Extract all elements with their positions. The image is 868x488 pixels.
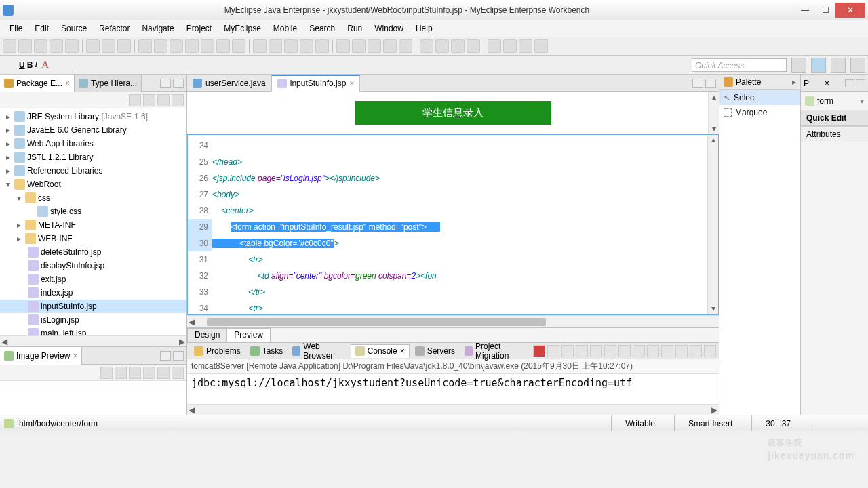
collapse-icon[interactable] (129, 94, 141, 106)
tab-tasks[interactable]: Tasks (246, 345, 288, 357)
menu-mobile[interactable]: Mobile (268, 22, 302, 35)
bold-icon[interactable]: B (27, 60, 33, 70)
menu-window[interactable]: Window (369, 22, 409, 35)
palette-header[interactable]: Palette▸ (719, 75, 800, 90)
menu-run[interactable]: Run (342, 22, 368, 35)
tool-icon[interactable] (253, 39, 267, 53)
menu-edit[interactable]: Edit (29, 22, 54, 35)
code-editor[interactable]: 242526272829303132333435 </head> <jsp:in… (187, 134, 719, 315)
minimize-view-icon[interactable] (690, 345, 702, 357)
tool-icon[interactable] (138, 39, 152, 53)
tool-icon[interactable] (154, 39, 167, 53)
tool-icon[interactable] (86, 39, 100, 53)
properties-tab[interactable]: P (804, 79, 809, 88)
tool-icon[interactable] (284, 39, 298, 53)
menu-navigate[interactable]: Navigate (136, 22, 179, 35)
tool-icon[interactable] (172, 367, 184, 379)
tool-icon[interactable] (503, 39, 517, 53)
tool-icon[interactable] (352, 39, 366, 53)
tool-icon[interactable] (170, 39, 183, 53)
tool-icon[interactable] (315, 39, 329, 53)
perspective-icon[interactable] (850, 58, 865, 73)
scroll-lock-icon[interactable] (604, 345, 616, 357)
close-icon[interactable]: × (73, 351, 77, 361)
terminate-icon[interactable] (533, 345, 545, 357)
console-output[interactable]: jdbc:mysql://localhost/jkxystudent?useUn… (187, 374, 719, 404)
minimize-view-icon[interactable] (160, 79, 171, 88)
pin-icon[interactable] (647, 345, 659, 357)
close-icon[interactable]: × (65, 79, 70, 88)
close-icon[interactable]: × (825, 79, 829, 88)
chevron-right-icon[interactable]: ▸ (792, 77, 796, 87)
tool-icon[interactable] (18, 39, 32, 53)
tool-icon[interactable] (618, 345, 631, 357)
tool-icon[interactable] (519, 39, 532, 53)
display-icon[interactable] (661, 345, 673, 357)
tool-icon[interactable] (399, 39, 412, 53)
tool-icon[interactable] (383, 39, 397, 53)
minimize-button[interactable]: — (795, 3, 815, 18)
editor-vscroll[interactable]: ▴▾ (707, 135, 718, 314)
menu-refactor[interactable]: Refactor (94, 22, 135, 35)
minimize-view-icon[interactable] (845, 79, 854, 87)
package-explorer-tree[interactable]: ▸JRE System Library [JavaSE-1.6] ▸JavaEE… (0, 108, 186, 336)
tool-icon[interactable] (201, 39, 214, 53)
maximize-view-icon[interactable] (173, 79, 184, 88)
tool-icon[interactable] (534, 39, 548, 53)
tool-icon[interactable] (115, 367, 127, 379)
tree-hscroll[interactable]: ◀▶ (0, 336, 186, 346)
zoom-out-icon[interactable] (143, 367, 155, 379)
editor-hscroll[interactable]: ◀ (187, 315, 719, 327)
maximize-view-icon[interactable] (173, 351, 184, 361)
code-lines[interactable]: </head> <jsp:include page="isLogin.jsp">… (212, 138, 707, 315)
tab-type-hierarchy[interactable]: Type Hiera... (75, 75, 142, 92)
maximize-button[interactable]: ☐ (815, 3, 835, 18)
tool-icon[interactable] (157, 367, 170, 379)
tab-console[interactable]: Console× (351, 344, 410, 358)
italic-icon[interactable]: I (35, 60, 37, 70)
debug-icon[interactable] (420, 39, 433, 53)
tool-icon[interactable] (368, 39, 381, 53)
tab-preview[interactable]: Preview (226, 328, 271, 342)
menu-myeclipse[interactable]: MyEclipse (218, 22, 267, 35)
close-icon[interactable]: × (349, 79, 354, 88)
tab-problems[interactable]: Problems (190, 345, 245, 357)
maximize-view-icon[interactable] (704, 345, 716, 357)
clear-icon[interactable] (633, 345, 645, 357)
menu-help[interactable]: Help (410, 22, 438, 35)
remove-icon[interactable] (547, 345, 559, 357)
tool-icon[interactable] (451, 39, 465, 53)
new-icon[interactable] (3, 39, 16, 53)
menu-search[interactable]: Search (304, 22, 340, 35)
underline-icon[interactable]: U (19, 60, 25, 70)
close-button[interactable]: ✕ (835, 3, 865, 18)
perspective-icon[interactable] (811, 58, 826, 73)
close-icon[interactable]: × (400, 346, 405, 356)
tool-icon[interactable] (185, 39, 199, 53)
minimize-editor-icon[interactable] (692, 79, 703, 88)
menu-source[interactable]: Source (56, 22, 92, 35)
tool-icon[interactable] (590, 345, 602, 357)
palette-marquee[interactable]: Marquee (719, 105, 800, 120)
run-icon[interactable] (435, 39, 449, 53)
tool-icon[interactable] (102, 39, 115, 53)
tab-project-migration[interactable]: Project Migration (460, 340, 532, 362)
quick-access-input[interactable]: Quick Access (692, 58, 787, 72)
tab-web-browser[interactable]: Web Browser (288, 340, 349, 362)
tab-design[interactable]: Design (187, 328, 227, 342)
tool-icon[interactable] (117, 39, 131, 53)
fontcolor-icon[interactable]: A (41, 59, 49, 70)
filter-icon[interactable] (157, 94, 170, 106)
editor-tab-userservice[interactable]: userService.java (187, 75, 271, 92)
saveall-icon[interactable] (50, 39, 63, 53)
tool-icon[interactable] (269, 39, 282, 53)
tool-icon[interactable] (232, 39, 245, 53)
design-vscroll[interactable]: ▴▾ (708, 92, 719, 134)
tool-icon[interactable] (336, 39, 350, 53)
print-icon[interactable] (65, 39, 79, 53)
chevron-down-icon[interactable]: ▾ (860, 96, 864, 106)
tool-icon[interactable] (300, 39, 313, 53)
perspective-icon[interactable] (831, 58, 846, 73)
tool-icon[interactable] (216, 39, 230, 53)
console-hscroll[interactable]: ◀▶ (187, 404, 719, 415)
